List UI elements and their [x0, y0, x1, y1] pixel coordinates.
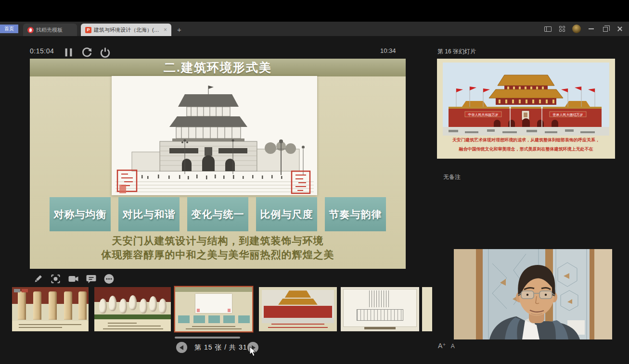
previous-slide-button[interactable]: [176, 342, 187, 353]
ppt-file-icon: P: [85, 27, 91, 33]
window-controls: [541, 24, 626, 34]
comment-icon[interactable]: [85, 273, 97, 285]
elapsed-timer: 0:15:04: [30, 47, 54, 55]
tab-bar: 首页 找稻壳模板 P 建筑与环境设计（北海）(2).pptx × +: [0, 22, 629, 36]
slide-thumbnail-3-selected[interactable]: [174, 286, 253, 332]
principle-boxes: 对称与均衡 对比与和谐 变化与统一 比例与尺度 节奏与韵律: [30, 197, 406, 231]
wall-clock: 10:34: [380, 47, 396, 54]
reset-timer-icon[interactable]: [81, 47, 93, 58]
minimize-button[interactable]: [585, 24, 597, 34]
filmstrip-scrollbar[interactable]: [175, 337, 240, 339]
restore-button[interactable]: [599, 24, 612, 34]
integrated-mode-icon[interactable]: [541, 24, 554, 34]
end-show-power-icon[interactable]: [99, 47, 111, 58]
slide-title: 二.建筑环境形式美: [30, 59, 406, 76]
presenter-view: 0:15:04 10:34 二.建筑环境形式美: [0, 36, 629, 364]
plaque-right-text: 世界人民大团结万岁: [553, 113, 583, 117]
grid-view-icon[interactable]: [556, 24, 568, 34]
close-window-button[interactable]: [614, 24, 626, 34]
app-window: 首页 找稻壳模板 P 建筑与环境设计（北海）(2).pptx × + 0:15:…: [0, 0, 629, 364]
notes-font-increase-button[interactable]: A⁺: [438, 342, 446, 350]
box-rhythm-cadence: 节奏与韵律: [325, 197, 386, 231]
docer-icon: [27, 27, 34, 33]
next-slide-panel-title: 第 16 张幻灯片: [437, 48, 476, 56]
current-slide[interactable]: 二.建筑环境形式美: [30, 59, 406, 269]
slide-thumbnail-4[interactable]: [259, 287, 337, 331]
pen-icon[interactable]: [32, 273, 44, 285]
new-tab-button[interactable]: +: [177, 25, 181, 34]
box-contrast-harmony: 对比与和谐: [118, 197, 180, 231]
tab-document-label: 建筑与环境设计（北海）(2).pptx: [94, 26, 161, 34]
preview-caption-line2: 融合中国传统文化和审美理念，形式美原则在整体建筑环境上无处不在: [437, 146, 615, 152]
box-proportion-scale: 比例与尺度: [256, 197, 317, 231]
speaker-notes-placeholder: 无备注: [443, 173, 461, 181]
more-options-icon[interactable]: [103, 273, 115, 285]
pause-timer-icon[interactable]: [63, 47, 75, 58]
preview-caption-line1: 天安门建筑艺术体现对理想环境的追求，从建筑整体到细部装饰的呼应关系，: [437, 137, 615, 143]
user-avatar[interactable]: [570, 24, 583, 34]
slide-caption-line2: 体现雍容醇厚的中和之美与美华丽热烈的辉煌之美: [30, 248, 406, 262]
mouse-cursor: [249, 346, 257, 357]
notes-font-controls: A⁺ A: [438, 342, 455, 350]
slide-thumbnail-6-clipped[interactable]: [422, 287, 432, 331]
box-symmetry-balance: 对称与均衡: [50, 197, 111, 231]
box-variation-unity: 变化与统一: [187, 197, 248, 231]
close-tab-icon[interactable]: ×: [164, 26, 167, 33]
tab-home[interactable]: 首页: [0, 25, 18, 33]
slide-caption-line1: 天安门从建筑设计与结构，到建筑装饰与环境: [30, 234, 406, 248]
tiananmen-engraving-image: [112, 76, 317, 195]
annotation-toolbar: [32, 273, 115, 285]
notes-font-decrease-button[interactable]: A: [451, 343, 455, 350]
laser-pointer-icon[interactable]: [50, 273, 62, 285]
next-slide-preview[interactable]: 中华人民共和国万岁 世界人民大团结万岁: [437, 59, 615, 159]
plaque-left-text: 中华人民共和国万岁: [468, 113, 499, 117]
tab-docer-label: 找稻壳模板: [36, 26, 63, 34]
tab-document[interactable]: P 建筑与环境设计（北海）(2).pptx ×: [81, 24, 171, 36]
slide-thumbnail-5[interactable]: [341, 287, 419, 331]
slide-thumbnail-2[interactable]: [94, 287, 171, 331]
tab-docer-templates[interactable]: 找稻壳模板: [23, 24, 77, 36]
presenter-webcam-video[interactable]: [454, 249, 612, 339]
slide-thumbnail-1[interactable]: [12, 287, 89, 331]
tiananmen-photo: 中华人民共和国万岁 世界人民大团结万岁: [437, 59, 615, 136]
camera-icon[interactable]: [67, 273, 79, 285]
